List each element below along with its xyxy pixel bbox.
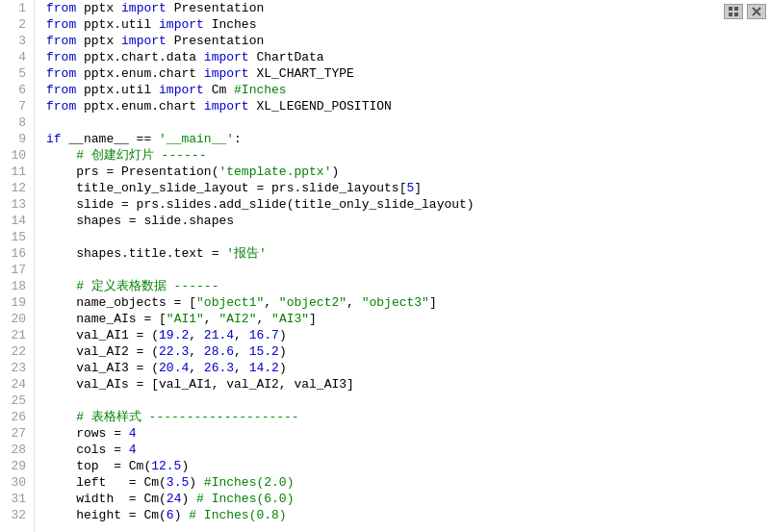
- code-line: from pptx.enum.chart import XL_LEGEND_PO…: [46, 98, 770, 114]
- token-str: 'template.pptx': [218, 164, 331, 180]
- token-num: 24: [167, 491, 182, 507]
- code-line: slide = prs.slides.add_slide(title_only_…: [46, 196, 770, 213]
- code-line: title_only_slide_layout = prs.slide_layo…: [46, 180, 770, 196]
- code-line: from pptx.util import Inches: [46, 16, 770, 33]
- token-comment: # Inches(6.0): [196, 491, 294, 507]
- line-number: 10: [4, 147, 26, 164]
- token-mod: Inches: [212, 16, 257, 33]
- token-mod: Presentation: [174, 33, 265, 49]
- token-num: 20.4: [159, 360, 189, 376]
- token-plain: name_objects = [: [46, 294, 196, 311]
- token-kw: from: [46, 0, 84, 16]
- token-plain: rows =: [46, 425, 129, 442]
- token-mod: Cm: [212, 82, 234, 98]
- line-number: 15: [4, 229, 26, 245]
- code-line: shapes = slide.shapes: [46, 213, 770, 229]
- token-plain: ,: [264, 294, 279, 311]
- close-icon[interactable]: [747, 4, 766, 19]
- token-num: 19.2: [159, 327, 189, 343]
- token-mod: XL_CHART_TYPE: [256, 65, 353, 82]
- code-line: name_AIs = ["AI1", "AI2", "AI3"]: [46, 311, 770, 327]
- line-number: 32: [4, 507, 26, 523]
- line-number: 28: [4, 442, 26, 458]
- line-number: 9: [4, 131, 26, 147]
- token-plain: __name__ ==: [68, 131, 159, 147]
- svg-rect-2: [729, 13, 732, 16]
- token-plain: shapes = slide.shapes: [46, 213, 234, 229]
- svg-rect-0: [729, 7, 732, 11]
- token-plain: top = Cm(: [46, 458, 151, 474]
- line-number: 31: [4, 491, 26, 507]
- token-str: "AI3": [271, 311, 309, 327]
- code-line: height = Cm(6) # Inches(0.8): [46, 507, 770, 523]
- code-line: if __name__ == '__main__':: [46, 131, 770, 147]
- line-number: 16: [4, 245, 26, 262]
- code-line: # 表格样式 --------------------: [46, 409, 770, 425]
- token-plain: [46, 147, 76, 164]
- code-line: name_objects = ["object1", "object2", "o…: [46, 294, 770, 311]
- token-plain: val_AI2 = (: [46, 343, 159, 360]
- token-mod: ChartData: [256, 49, 323, 65]
- line-number: 14: [4, 213, 26, 229]
- token-num: 3.5: [167, 474, 189, 491]
- token-plain: shapes.title.text =: [46, 245, 226, 262]
- code-line: from pptx.enum.chart import XL_CHART_TYP…: [46, 65, 770, 82]
- token-plain: ): [181, 491, 196, 507]
- token-mod: Presentation: [174, 0, 265, 16]
- token-num: 15.2: [249, 343, 279, 360]
- token-kw: import: [121, 0, 174, 16]
- code-line: prs = Presentation('template.pptx'): [46, 164, 770, 180]
- token-num: 28.6: [204, 343, 234, 360]
- token-plain: ]: [414, 180, 422, 196]
- token-comment: # Inches(0.8): [189, 507, 286, 523]
- token-mod: pptx: [84, 0, 121, 16]
- token-plain: ,: [256, 311, 271, 327]
- token-kw: from: [46, 33, 84, 49]
- line-number: 21: [4, 327, 26, 343]
- token-plain: ): [279, 343, 287, 360]
- code-line: [46, 393, 770, 409]
- line-number: 27: [4, 425, 26, 442]
- line-number: 30: [4, 474, 26, 491]
- token-num: 12.5: [151, 458, 181, 474]
- token-kw: from: [46, 65, 84, 82]
- token-num: 4: [129, 442, 137, 458]
- token-mod: pptx.chart.data: [84, 49, 204, 65]
- token-kw: import: [204, 98, 257, 114]
- token-plain: prs = Presentation(: [46, 164, 218, 180]
- token-kw: import: [204, 65, 257, 82]
- token-comment: # 表格样式 --------------------: [76, 409, 298, 425]
- code-line: shapes.title.text = '报告': [46, 245, 770, 262]
- svg-rect-3: [734, 13, 738, 16]
- line-number: 20: [4, 311, 26, 327]
- code-line: rows = 4: [46, 425, 770, 442]
- line-number: 19: [4, 294, 26, 311]
- token-kw: import: [204, 49, 257, 65]
- token-plain: :: [234, 131, 242, 147]
- code-line: from pptx import Presentation: [46, 0, 770, 16]
- line-number: 2: [4, 16, 26, 33]
- token-comment: #Inches(2.0): [204, 474, 295, 491]
- line-number: 13: [4, 196, 26, 213]
- line-number: 23: [4, 360, 26, 376]
- token-num: 6: [167, 507, 174, 523]
- token-str: "object2": [279, 294, 346, 311]
- svg-rect-1: [734, 7, 738, 11]
- code-line: from pptx.util import Cm #Inches: [46, 82, 770, 98]
- token-plain: ,: [204, 311, 219, 327]
- line-number: 1: [4, 0, 26, 16]
- code-area[interactable]: from pptx import Presentationfrom pptx.u…: [35, 0, 770, 532]
- token-kw: from: [46, 16, 84, 33]
- token-plain: ,: [189, 360, 204, 376]
- token-str: "AI1": [167, 311, 204, 327]
- token-str: '报告': [226, 245, 267, 262]
- line-number: 29: [4, 458, 26, 474]
- token-num: 26.3: [204, 360, 234, 376]
- line-number: 25: [4, 393, 26, 409]
- line-number: 8: [4, 114, 26, 131]
- grid-icon[interactable]: [724, 4, 743, 19]
- token-plain: val_AI1 = (: [46, 327, 159, 343]
- token-plain: ]: [309, 311, 317, 327]
- token-mod: pptx.enum.chart: [84, 98, 204, 114]
- token-plain: ): [181, 458, 189, 474]
